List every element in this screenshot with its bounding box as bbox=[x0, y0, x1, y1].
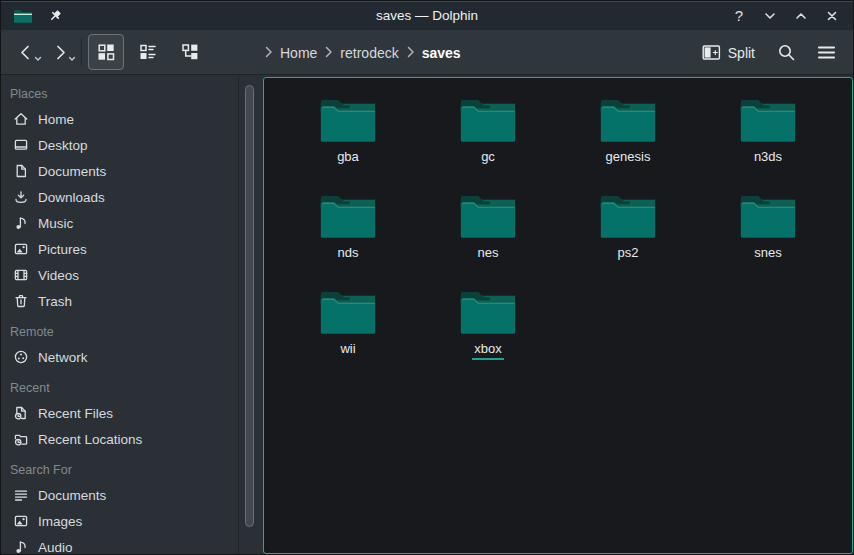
folder-icon bbox=[319, 288, 377, 336]
download-icon bbox=[12, 189, 29, 206]
sidebar-item-search-audio[interactable]: Audio bbox=[1, 534, 238, 554]
folder-item-genesis[interactable]: genesis bbox=[558, 88, 698, 184]
folder-icon bbox=[599, 96, 657, 144]
forward-button[interactable] bbox=[43, 35, 77, 69]
sidebar-item-label: Images bbox=[38, 514, 82, 529]
sidebar-item-label: Downloads bbox=[38, 190, 105, 205]
sidebar-item-home[interactable]: Home bbox=[1, 106, 238, 132]
details-tree-view-button[interactable] bbox=[172, 34, 208, 70]
sidebar-item-desktop[interactable]: Desktop bbox=[1, 132, 238, 158]
sidebar-item-label: Documents bbox=[38, 164, 106, 179]
folder-item-xbox[interactable]: xbox bbox=[418, 280, 558, 376]
toolbar-right-group: Split bbox=[694, 30, 843, 75]
breadcrumb-retrodeck[interactable]: retrodeck bbox=[340, 45, 398, 61]
toolbar-separator bbox=[81, 38, 82, 66]
folder-item-n3ds[interactable]: n3ds bbox=[698, 88, 838, 184]
dolphin-window: saves — Dolphin ? bbox=[0, 0, 854, 555]
sidebar-item-recent-locations[interactable]: Recent Locations bbox=[1, 426, 238, 452]
folder-item-nes[interactable]: nes bbox=[418, 184, 558, 280]
sidebar-item-label: Home bbox=[38, 112, 74, 127]
folder-view-panel[interactable]: gba gc genesis bbox=[263, 77, 853, 554]
sidebar-item-label: Videos bbox=[38, 268, 79, 283]
sidebar-item-music[interactable]: Music bbox=[1, 210, 238, 236]
close-button[interactable] bbox=[821, 5, 843, 27]
chevron-right-icon bbox=[264, 45, 273, 61]
home-icon bbox=[12, 111, 29, 128]
sidebar-item-network[interactable]: Network bbox=[1, 344, 238, 370]
sidebar-item-pictures[interactable]: Pictures bbox=[1, 236, 238, 262]
folder-item-ps2[interactable]: ps2 bbox=[558, 184, 698, 280]
sidebar-item-label: Music bbox=[38, 216, 73, 231]
folder-label: gc bbox=[479, 149, 497, 168]
compact-view-button[interactable] bbox=[130, 34, 166, 70]
recent-file-icon bbox=[12, 405, 29, 422]
dolphin-app-icon bbox=[13, 7, 33, 24]
back-history-caret[interactable] bbox=[34, 48, 42, 66]
sidebar-item-recent-files[interactable]: Recent Files bbox=[1, 400, 238, 426]
folder-label: genesis bbox=[604, 149, 653, 168]
sidebar-scrollbar[interactable] bbox=[245, 85, 254, 527]
sidebar-item-downloads[interactable]: Downloads bbox=[1, 184, 238, 210]
network-icon bbox=[12, 349, 29, 366]
sidebar-item-label: Documents bbox=[38, 488, 106, 503]
magnifier-icon bbox=[777, 43, 796, 62]
recent-folder-icon bbox=[12, 431, 29, 448]
sidebar-item-documents[interactable]: Documents bbox=[1, 158, 238, 184]
desktop-icon bbox=[12, 137, 29, 154]
split-view-button[interactable]: Split bbox=[694, 36, 763, 70]
folder-icon bbox=[459, 96, 517, 144]
toolbar: Home retrodeck saves Split bbox=[1, 30, 853, 75]
window-title: saves — Dolphin bbox=[1, 8, 853, 23]
folder-item-snes[interactable]: snes bbox=[698, 184, 838, 280]
titlebar-buttons: ? bbox=[728, 1, 843, 30]
folder-item-nds[interactable]: nds bbox=[278, 184, 418, 280]
folder-label: gba bbox=[335, 149, 361, 168]
sidebar-item-label: Desktop bbox=[38, 138, 88, 153]
sidebar-item-trash[interactable]: Trash bbox=[1, 288, 238, 314]
text-lines-icon bbox=[12, 487, 29, 504]
forward-history-caret[interactable] bbox=[68, 48, 76, 66]
sidebar-item-label: Audio bbox=[38, 540, 73, 555]
folder-item-wii[interactable]: wii bbox=[278, 280, 418, 376]
sidebar-item-label: Network bbox=[38, 350, 88, 365]
folder-item-gba[interactable]: gba bbox=[278, 88, 418, 184]
folder-label: ps2 bbox=[616, 245, 641, 264]
section-header-remote: Remote bbox=[1, 324, 238, 340]
sidebar-item-label: Recent Locations bbox=[38, 432, 142, 447]
chevron-right-icon bbox=[406, 45, 415, 61]
folder-label: nes bbox=[476, 245, 501, 264]
sidebar-item-search-images[interactable]: Images bbox=[1, 508, 238, 534]
hamburger-menu-button[interactable] bbox=[809, 36, 843, 70]
split-button-label: Split bbox=[728, 45, 755, 61]
image-icon bbox=[12, 513, 29, 530]
help-button[interactable]: ? bbox=[728, 5, 750, 27]
breadcrumb-home[interactable]: Home bbox=[280, 45, 317, 61]
document-icon bbox=[12, 163, 29, 180]
folder-label: wii bbox=[338, 341, 357, 360]
folder-icon bbox=[319, 96, 377, 144]
folder-label: xbox bbox=[472, 341, 503, 360]
back-button[interactable] bbox=[9, 35, 43, 69]
breadcrumb-saves[interactable]: saves bbox=[422, 45, 461, 61]
trash-icon bbox=[12, 293, 29, 310]
hamburger-icon bbox=[817, 44, 836, 61]
sidebar-item-videos[interactable]: Videos bbox=[1, 262, 238, 288]
sidebar-item-search-documents[interactable]: Documents bbox=[1, 482, 238, 508]
folder-label: snes bbox=[752, 245, 783, 264]
filmstrip-icon bbox=[12, 267, 29, 284]
section-header-search-for: Search For bbox=[1, 462, 238, 478]
titlebar: saves — Dolphin ? bbox=[1, 1, 853, 30]
search-button[interactable] bbox=[769, 36, 803, 70]
maximize-button[interactable] bbox=[790, 5, 812, 27]
icons-view-button[interactable] bbox=[88, 34, 124, 70]
pin-icon[interactable] bbox=[47, 8, 63, 24]
folder-icon bbox=[739, 96, 797, 144]
folder-label: n3ds bbox=[752, 149, 784, 168]
folder-icon bbox=[459, 192, 517, 240]
folder-item-gc[interactable]: gc bbox=[418, 88, 558, 184]
folder-icon bbox=[739, 192, 797, 240]
minimize-button[interactable] bbox=[759, 5, 781, 27]
sidebar-item-label: Trash bbox=[38, 294, 72, 309]
music-note-icon bbox=[12, 215, 29, 232]
sidebar-item-label: Pictures bbox=[38, 242, 87, 257]
